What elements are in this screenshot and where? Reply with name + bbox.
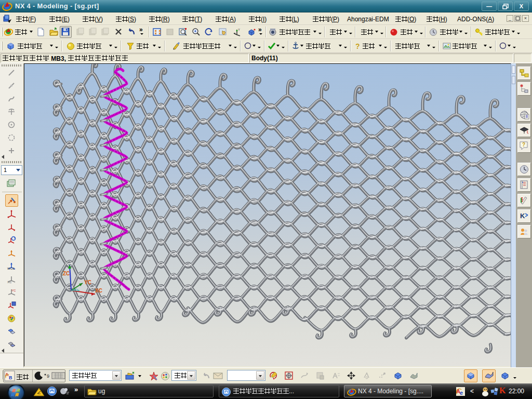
- svg-text:?: ?: [355, 42, 360, 50]
- svg-text:XC: XC: [95, 288, 102, 294]
- svg-text:9: 9: [47, 374, 49, 379]
- svg-text:e: e: [460, 390, 463, 396]
- svg-text:Y: Y: [238, 28, 240, 31]
- svg-text:YC: YC: [11, 289, 16, 292]
- svg-text:ZC: ZC: [63, 271, 70, 276]
- svg-text:YC: YC: [84, 280, 91, 285]
- svg-text:B: B: [9, 375, 12, 380]
- svg-text:?: ?: [522, 142, 525, 148]
- svg-text:XC: XC: [7, 281, 12, 284]
- svg-text:K: K: [520, 212, 525, 220]
- svg-text:WCS: WCS: [7, 267, 15, 270]
